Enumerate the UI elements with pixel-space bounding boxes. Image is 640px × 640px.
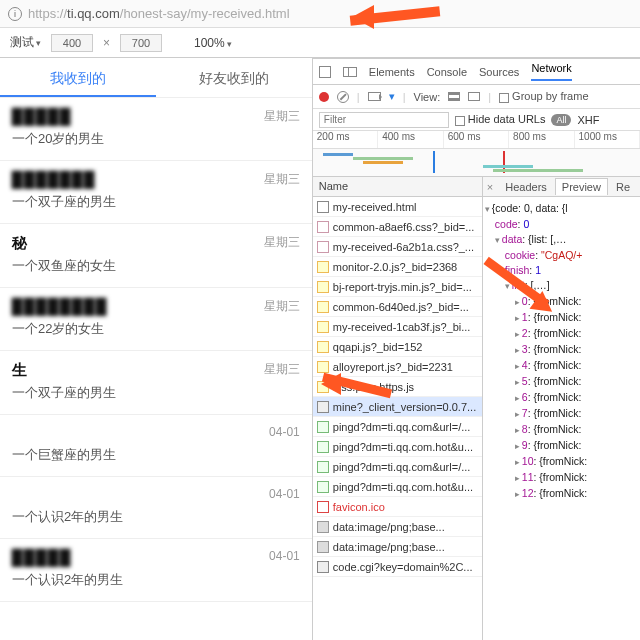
devtools-tabbar: Elements Console Sources Network bbox=[313, 59, 640, 85]
app-viewport: 我收到的 好友收到的 ▉▉▉▉▉一个20岁的男生星期三▉▉▉▉▉▉▉一个双子座的… bbox=[0, 58, 313, 640]
network-row[interactable]: pingd?dm=ti.qq.com.hot&u... bbox=[313, 437, 482, 457]
network-row[interactable]: tcss.ping.https.js bbox=[313, 377, 482, 397]
tab-console[interactable]: Console bbox=[427, 66, 467, 78]
list-item[interactable]: 一个认识2年的男生04-01 bbox=[0, 477, 312, 539]
waterfall-overview[interactable] bbox=[313, 149, 640, 177]
network-row[interactable]: alloyreport.js?_bid=2231 bbox=[313, 357, 482, 377]
network-filter-bar: Hide data URLs All XHF bbox=[313, 109, 640, 131]
json-list-item[interactable]: 12: {fromNick: bbox=[485, 486, 638, 502]
file-icon bbox=[317, 201, 329, 213]
address-bar[interactable]: i https://ti.qq.com/honest-say/my-receiv… bbox=[0, 0, 640, 28]
json-list-item[interactable]: 2: {fromNick: bbox=[485, 326, 638, 342]
view-large-icon[interactable] bbox=[448, 92, 460, 101]
network-row[interactable]: pingd?dm=ti.qq.com&url=/... bbox=[313, 417, 482, 437]
json-preview[interactable]: {code: 0, data: {l code: 0 data: {list: … bbox=[483, 197, 640, 506]
json-list-item[interactable]: 7: {fromNick: bbox=[485, 406, 638, 422]
group-by-frame[interactable]: Group by frame bbox=[499, 90, 588, 102]
network-row[interactable]: data:image/png;base... bbox=[313, 517, 482, 537]
json-list-item[interactable]: 0: {fromNick: bbox=[485, 294, 638, 310]
network-row[interactable]: mine?_client_version=0.0.7... bbox=[313, 397, 482, 417]
clear-button[interactable] bbox=[337, 91, 349, 103]
file-icon bbox=[317, 301, 329, 313]
tab-response[interactable]: Re bbox=[610, 179, 636, 195]
list-item[interactable]: ▉▉▉▉▉一个认识2年的男生04-01 bbox=[0, 539, 312, 602]
network-row[interactable]: bj-report-tryjs.min.js?_bid=... bbox=[313, 277, 482, 297]
tab-network[interactable]: Network bbox=[531, 62, 571, 81]
file-icon bbox=[317, 261, 329, 273]
file-icon bbox=[317, 461, 329, 473]
network-detail-panel: × Headers Preview Re {code: 0, data: {l … bbox=[483, 177, 640, 640]
network-row[interactable]: my-received.html bbox=[313, 197, 482, 217]
screenshot-icon[interactable] bbox=[368, 92, 381, 101]
view-label: View: bbox=[414, 91, 441, 103]
network-row[interactable]: my-received-6a2b1a.css?_... bbox=[313, 237, 482, 257]
filter-icon[interactable]: ▾ bbox=[389, 90, 395, 103]
width-input[interactable]: 400 bbox=[51, 34, 93, 52]
network-row[interactable]: data:image/png;base... bbox=[313, 537, 482, 557]
json-list-item[interactable]: 9: {fromNick: bbox=[485, 438, 638, 454]
json-list-item[interactable]: 4: {fromNick: bbox=[485, 358, 638, 374]
tab-sources[interactable]: Sources bbox=[479, 66, 519, 78]
tab-headers[interactable]: Headers bbox=[499, 179, 553, 195]
file-icon bbox=[317, 221, 329, 233]
json-list-item[interactable]: 3: {fromNick: bbox=[485, 342, 638, 358]
zoom-select[interactable]: 100% bbox=[194, 36, 232, 50]
file-icon bbox=[317, 381, 329, 393]
file-icon bbox=[317, 321, 329, 333]
file-icon bbox=[317, 361, 329, 373]
view-small-icon[interactable] bbox=[468, 92, 480, 101]
file-icon bbox=[317, 421, 329, 433]
network-request-list[interactable]: Name my-received.htmlcommon-a8aef6.css?_… bbox=[313, 177, 483, 640]
list-item[interactable]: ▉▉▉▉▉▉▉▉一个22岁的女生星期三 bbox=[0, 288, 312, 351]
file-icon bbox=[317, 401, 329, 413]
network-row[interactable]: pingd?dm=ti.qq.com&url=/... bbox=[313, 457, 482, 477]
json-list-item[interactable]: 8: {fromNick: bbox=[485, 422, 638, 438]
file-icon bbox=[317, 481, 329, 493]
hide-data-urls[interactable]: Hide data URLs bbox=[455, 113, 546, 125]
name-column-header[interactable]: Name bbox=[313, 177, 482, 197]
network-row[interactable]: qqapi.js?_bid=152 bbox=[313, 337, 482, 357]
received-list[interactable]: ▉▉▉▉▉一个20岁的男生星期三▉▉▉▉▉▉▉一个双子座的男生星期三秘一个双鱼座… bbox=[0, 98, 312, 602]
dim-sep: × bbox=[103, 36, 110, 50]
device-toggle-icon[interactable] bbox=[343, 67, 357, 77]
record-button[interactable] bbox=[319, 92, 329, 102]
tab-elements[interactable]: Elements bbox=[369, 66, 415, 78]
filter-all[interactable]: All bbox=[551, 114, 571, 126]
network-row[interactable]: pingd?dm=ti.qq.com.hot&u... bbox=[313, 477, 482, 497]
network-row[interactable]: code.cgi?key=domain%2C... bbox=[313, 557, 482, 577]
detail-tabs: × Headers Preview Re bbox=[483, 177, 640, 197]
list-item[interactable]: ▉▉▉▉▉▉▉一个双子座的男生星期三 bbox=[0, 161, 312, 224]
json-list-item[interactable]: 11: {fromNick: bbox=[485, 470, 638, 486]
site-info-icon[interactable]: i bbox=[8, 7, 22, 21]
network-row[interactable]: my-received-1cab3f.js?_bi... bbox=[313, 317, 482, 337]
file-icon bbox=[317, 501, 329, 513]
filter-input[interactable] bbox=[319, 112, 449, 128]
network-row[interactable]: common-6d40ed.js?_bid=... bbox=[313, 297, 482, 317]
timeline-header: 200 ms 400 ms 600 ms 800 ms 1000 ms bbox=[313, 131, 640, 149]
file-icon bbox=[317, 281, 329, 293]
network-row[interactable]: favicon.ico bbox=[313, 497, 482, 517]
list-item[interactable]: 秘一个双鱼座的女生星期三 bbox=[0, 224, 312, 288]
json-list-item[interactable]: 6: {fromNick: bbox=[485, 390, 638, 406]
json-list-item[interactable]: 10: {fromNick: bbox=[485, 454, 638, 470]
list-item[interactable]: 生一个双子座的男生星期三 bbox=[0, 351, 312, 415]
height-input[interactable]: 700 bbox=[120, 34, 162, 52]
network-toolbar: | ▾ | View: | Group by frame bbox=[313, 85, 640, 109]
network-row[interactable]: monitor-2.0.js?_bid=2368 bbox=[313, 257, 482, 277]
network-row[interactable]: common-a8aef6.css?_bid=... bbox=[313, 217, 482, 237]
list-item[interactable]: ▉▉▉▉▉一个20岁的男生星期三 bbox=[0, 98, 312, 161]
file-icon bbox=[317, 441, 329, 453]
list-item[interactable]: 一个巨蟹座的男生04-01 bbox=[0, 415, 312, 477]
device-select[interactable]: 测试 bbox=[10, 34, 41, 51]
tab-mine[interactable]: 我收到的 bbox=[0, 58, 156, 97]
tab-preview[interactable]: Preview bbox=[555, 178, 608, 195]
tab-friends[interactable]: 好友收到的 bbox=[156, 58, 312, 97]
json-list-item[interactable]: 5: {fromNick: bbox=[485, 374, 638, 390]
inspect-icon[interactable] bbox=[319, 66, 331, 78]
filter-xhr[interactable]: XHF bbox=[577, 114, 599, 126]
file-icon bbox=[317, 241, 329, 253]
devtools-panel: Elements Console Sources Network | ▾ | V… bbox=[313, 58, 640, 640]
json-list-item[interactable]: 1: {fromNick: bbox=[485, 310, 638, 326]
close-detail-icon[interactable]: × bbox=[487, 181, 493, 193]
json-root[interactable]: {code: 0, data: {l bbox=[485, 201, 638, 217]
